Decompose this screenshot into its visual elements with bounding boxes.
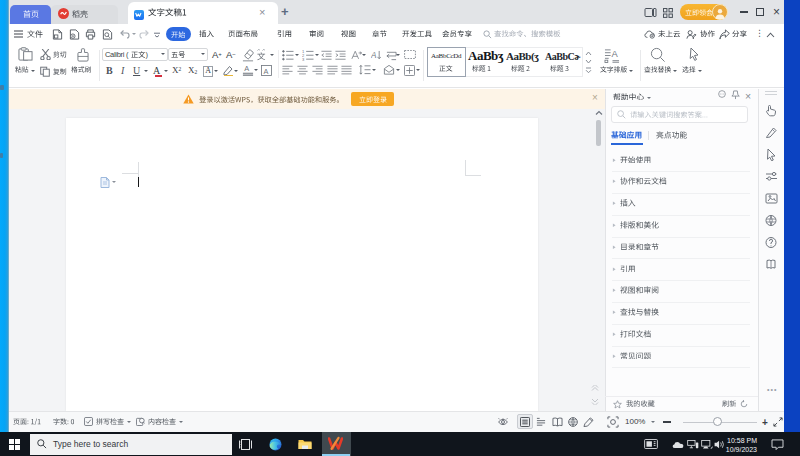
svg-text:A: A xyxy=(263,66,268,75)
svg-text:A: A xyxy=(371,51,377,60)
svg-text:A: A xyxy=(612,49,619,59)
svg-text:3: 3 xyxy=(302,57,305,61)
svg-text:A: A xyxy=(244,64,249,73)
